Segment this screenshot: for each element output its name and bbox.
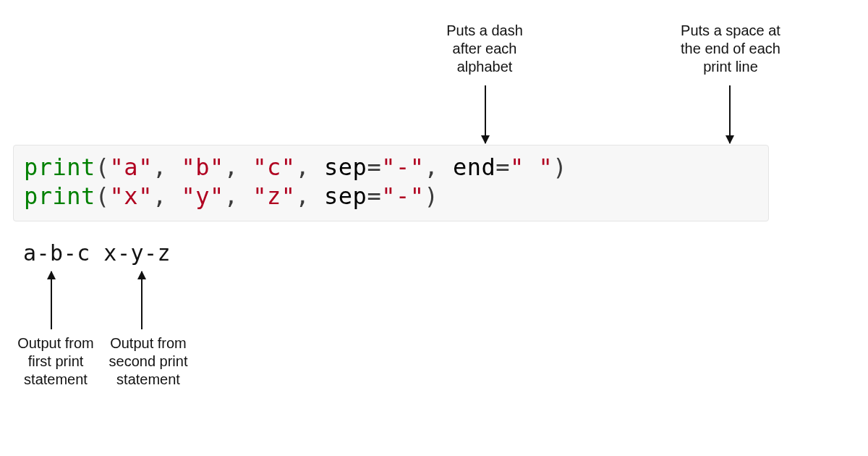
token-string: "c" [252,153,295,181]
token-string: "-" [381,182,424,210]
token-comma: , [153,182,182,210]
annotation-end: Puts a space at the end of each print li… [647,22,814,76]
token-string: "-" [381,153,424,181]
token-comma: , [224,182,253,210]
token-comma: , [224,153,253,181]
token-string: "x" [110,182,153,210]
token-comma: , [424,153,453,181]
annotation-output-second: Output from second print statement [101,334,195,389]
token-comma: , [296,153,325,181]
token-kwarg: end [453,153,495,181]
annotation-sep: Puts a dash after each alphabet [412,22,557,76]
code-block: print("a", "b", "c", sep="-", end=" ") p… [13,145,769,221]
token-equals: = [367,153,381,181]
token-string: "y" [181,182,224,210]
token-kwarg: sep [324,182,367,210]
token-string: "a" [110,153,153,181]
token-string: " " [510,153,553,181]
arrow-head-icon [47,271,56,279]
code-line-2: print("x", "y", "z", sep="-") [24,182,758,211]
arrow-head-icon [726,135,734,144]
token-func: print [24,182,95,210]
token-func: print [24,153,95,181]
token-paren: ) [553,153,567,181]
arrow-down-sep [485,85,486,143]
token-paren: ( [95,182,110,210]
code-line-1: print("a", "b", "c", sep="-", end=" ") [24,153,758,182]
token-equals: = [367,182,381,210]
arrow-up-first-output [51,271,52,329]
token-comma: , [296,182,325,210]
arrow-up-second-output [141,271,142,329]
token-string: "b" [181,153,224,181]
arrow-down-end [729,85,731,143]
output-text: a-b-c x-y-z [23,240,171,266]
token-kwarg: sep [324,153,367,181]
token-paren: ) [424,182,438,210]
annotation-output-first: Output from first print statement [9,334,103,389]
token-paren: ( [95,153,110,181]
arrow-head-icon [481,135,490,144]
diagram-stage: Puts a dash after each alphabet Puts a s… [0,0,868,456]
token-string: "z" [252,182,295,210]
token-equals: = [495,153,510,181]
token-comma: , [153,153,182,181]
arrow-head-icon [137,271,146,279]
